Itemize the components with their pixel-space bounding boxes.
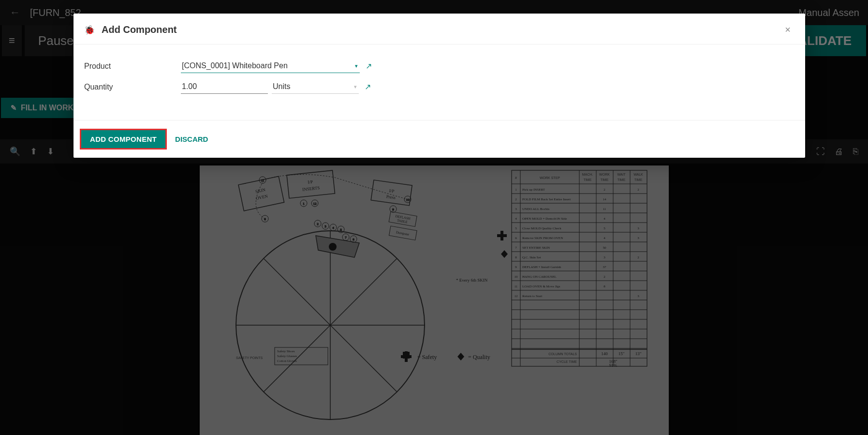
unit-value: Units [273, 82, 290, 90]
add-component-button[interactable]: ADD COMPONENT [81, 130, 165, 148]
modal-body: Product [CONS_0001] Whiteboard Pen ▾ ↗ Q… [74, 45, 805, 120]
external-link-icon[interactable]: ↗ [365, 82, 371, 91]
bug-icon: 🐞 [84, 25, 95, 35]
quantity-label: Quantity [84, 83, 181, 91]
quantity-input[interactable] [181, 80, 268, 94]
product-value: [CONS_0001] Whiteboard Pen [182, 61, 288, 70]
unit-select[interactable]: Units ▾ [272, 80, 359, 94]
chevron-down-icon: ▾ [354, 84, 357, 90]
modal-title: Add Component [102, 24, 177, 35]
add-component-modal: 🐞 Add Component × Product [CONS_0001] Wh… [74, 14, 805, 158]
modal-header: 🐞 Add Component × [74, 14, 805, 45]
product-label: Product [84, 62, 181, 71]
modal-footer: ADD COMPONENT DISCARD [74, 120, 805, 158]
product-row: Product [CONS_0001] Whiteboard Pen ▾ ↗ [84, 59, 794, 73]
chevron-down-icon: ▾ [355, 63, 358, 69]
discard-button[interactable]: DISCARD [172, 130, 211, 148]
close-icon[interactable]: × [781, 22, 794, 37]
external-link-icon[interactable]: ↗ [366, 61, 372, 71]
quantity-row: Quantity Units ▾ ↗ [84, 80, 794, 94]
product-select[interactable]: [CONS_0001] Whiteboard Pen ▾ [181, 59, 360, 73]
